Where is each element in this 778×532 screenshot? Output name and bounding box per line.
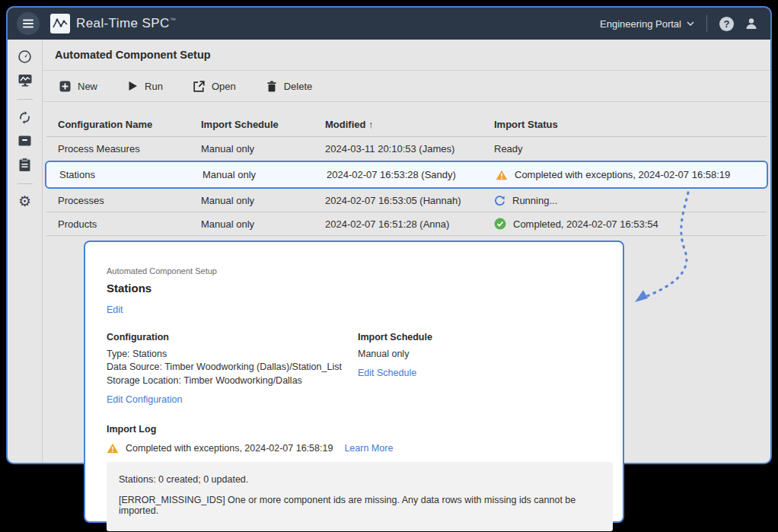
table-row-process-measures[interactable]: Process Measures Manual only 2024-03-11 …: [46, 137, 767, 161]
sidebar: ⚙: [8, 40, 43, 464]
column-header-configuration-name[interactable]: Configuration Name: [58, 119, 201, 130]
sidebar-item-charts[interactable]: [18, 72, 33, 88]
cell-schedule: Manual only: [201, 218, 325, 230]
cell-schedule: Manual only: [201, 195, 325, 206]
table-row-processes[interactable]: Processes Manual only 2024-02-07 16:53:0…: [46, 189, 767, 212]
sidebar-item-sync[interactable]: [18, 110, 32, 125]
import-log-heading: Import Log: [107, 424, 601, 435]
import-schedule-heading: Import Schedule: [358, 332, 432, 342]
cell-schedule: Manual only: [201, 143, 325, 155]
column-header-modified[interactable]: Modified ↑: [325, 119, 494, 130]
plus-square-icon: [59, 81, 71, 92]
sidebar-item-settings[interactable]: ⚙: [18, 194, 31, 209]
open-button[interactable]: Open: [193, 81, 236, 92]
log-line-error: [ERROR_MISSING_IDS] One or more componen…: [119, 495, 601, 516]
status-text: Ready: [494, 143, 523, 155]
user-icon: [745, 17, 758, 30]
sidebar-separator: [18, 183, 33, 184]
cell-schedule: Manual only: [202, 169, 327, 180]
cell-status: Completed with exceptions, 2024-02-07 16…: [496, 169, 754, 180]
status-text: Completed, 2024-02-07 16:53:54: [513, 218, 658, 230]
cell-status: Ready: [494, 143, 755, 155]
cell-name: Stations: [59, 169, 202, 180]
new-button[interactable]: New: [59, 81, 97, 92]
run-button[interactable]: Run: [128, 81, 163, 92]
column-header-import-schedule[interactable]: Import Schedule: [201, 119, 325, 130]
app-title: Real-Time SPC™: [76, 16, 176, 31]
learn-more-link[interactable]: Learn More: [344, 443, 393, 454]
column-header-import-status[interactable]: Import Status: [494, 119, 755, 130]
warning-icon: [107, 443, 119, 454]
page-title: Automated Component Setup: [55, 49, 211, 61]
screenshot-canvas: { "header": { "app_name": "Real-Time SPC…: [0, 0, 778, 532]
chevron-down-icon: [687, 21, 694, 26]
configurations-table: Configuration Name Import Schedule Modif…: [43, 113, 770, 236]
running-refresh-icon: [494, 195, 505, 206]
edit-schedule-link[interactable]: Edit Schedule: [358, 368, 416, 378]
play-icon: [128, 81, 138, 91]
hamburger-icon: [22, 19, 34, 28]
user-account-button[interactable]: [745, 17, 758, 30]
cell-modified: 2024-03-11 20:10:53 (James): [325, 143, 494, 155]
app-header: Real-Time SPC™ Engineering Portal ?: [8, 8, 770, 40]
import-schedule-section: Import Schedule Manual only Edit Schedul…: [358, 332, 432, 406]
success-check-icon: [494, 218, 506, 230]
app-logo: [50, 14, 70, 33]
gear-icon: ⚙: [18, 195, 31, 209]
detail-panel-title: Stations: [107, 282, 601, 295]
help-button[interactable]: ?: [719, 17, 734, 31]
open-button-label: Open: [212, 81, 236, 92]
open-external-icon: [193, 81, 205, 92]
cell-modified: 2024-02-07 16:51:28 (Anna): [325, 218, 494, 230]
cell-modified: 2024-02-07 16:53:28 (Sandy): [327, 169, 496, 180]
portal-dropdown-label: Engineering Portal: [600, 18, 681, 30]
table-header-row: Configuration Name Import Schedule Modif…: [46, 113, 767, 137]
question-mark-icon: ?: [724, 18, 730, 30]
toolbar: New Run Open: [43, 71, 770, 102]
edit-link[interactable]: Edit: [107, 304, 601, 315]
delete-button-label: Delete: [284, 81, 313, 92]
breadcrumb: Automated Component Setup: [107, 266, 601, 276]
header-divider: [706, 15, 707, 32]
import-log-status-text: Completed with exceptions, 2024-02-07 16…: [126, 443, 333, 454]
sidebar-separator: [18, 99, 33, 100]
cell-name: Process Measures: [58, 143, 201, 155]
monitor-chart-icon: [18, 73, 33, 88]
archive-box-icon: [18, 134, 32, 148]
sort-ascending-icon: ↑: [368, 119, 374, 130]
cell-modified: 2024-02-07 16:53:05 (Hannah): [325, 195, 494, 206]
sync-icon: [18, 110, 32, 125]
run-button-label: Run: [145, 81, 163, 92]
configuration-heading: Configuration: [107, 332, 358, 342]
sidebar-item-archive[interactable]: [18, 133, 32, 148]
stations-detail-panel: Automated Component Setup Stations Edit …: [84, 241, 624, 523]
edit-configuration-link[interactable]: Edit Configuration: [107, 394, 182, 405]
portal-dropdown[interactable]: Engineering Portal: [600, 18, 694, 30]
configuration-type: Type: Stations: [107, 348, 358, 361]
status-text: Completed with exceptions, 2024-02-07 16…: [515, 169, 730, 180]
import-schedule-value: Manual only: [358, 348, 432, 361]
delete-button[interactable]: Delete: [266, 81, 313, 92]
configuration-section: Configuration Type: Stations Data Source…: [107, 332, 358, 406]
spc-chart-logo-icon: [53, 17, 68, 30]
configuration-data-source: Data Source: Timber Woodworking (Dallas)…: [107, 361, 358, 374]
gauge-icon: [18, 49, 32, 64]
cell-name: Processes: [58, 195, 201, 206]
clipboard-icon: [18, 158, 31, 172]
table-row-stations-selected[interactable]: Stations Manual only 2024-02-07 16:53:28…: [45, 161, 768, 189]
cell-name: Products: [58, 218, 201, 230]
sidebar-item-dashboard[interactable]: [18, 49, 32, 64]
sidebar-item-clipboard[interactable]: [18, 157, 31, 172]
table-row-products[interactable]: Products Manual only 2024-02-07 16:51:28…: [46, 212, 767, 236]
status-text: Running...: [512, 195, 557, 206]
new-button-label: New: [78, 81, 97, 92]
hamburger-menu-button[interactable]: [17, 12, 40, 35]
import-log-section: Import Log Completed with exceptions, 20…: [107, 424, 601, 531]
page-title-bar: Automated Component Setup: [43, 40, 770, 71]
log-line-summary: Stations: 0 created; 0 updated.: [119, 474, 601, 485]
configuration-storage-location: Storage Location: Timber Woodworking/Dal…: [107, 374, 358, 387]
trademark-symbol: ™: [170, 17, 176, 24]
warning-icon: [496, 170, 508, 180]
cell-status: Completed, 2024-02-07 16:53:54: [494, 218, 755, 230]
trash-icon: [266, 81, 277, 92]
